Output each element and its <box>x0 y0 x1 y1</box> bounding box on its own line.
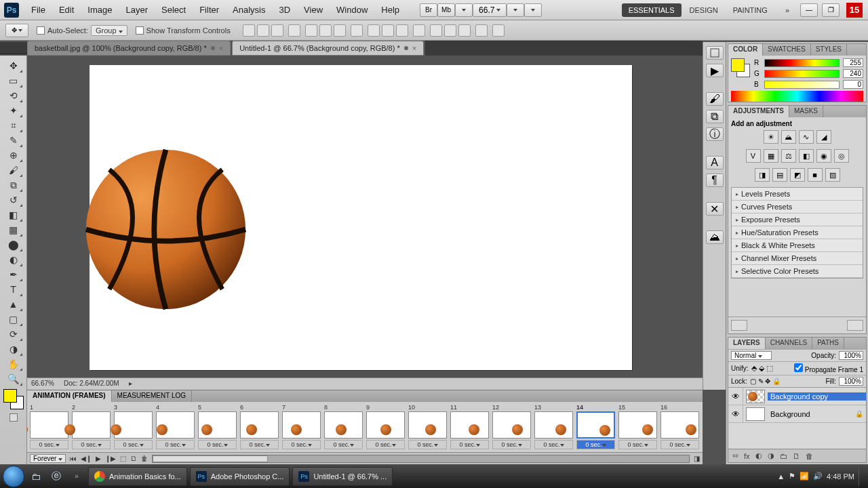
g-value-input[interactable]: 240 <box>843 69 863 78</box>
lasso-tool[interactable]: ⟲ <box>4 88 23 103</box>
tray-flag-icon[interactable]: ⚑ <box>789 472 795 481</box>
document-tab[interactable]: basketball.jpg @ 100% (Background copy, … <box>27 41 231 56</box>
preset-item[interactable]: Curves Presets <box>732 201 863 214</box>
frame-delay-dropdown[interactable]: 0 sec. <box>618 440 657 449</box>
tray-clock[interactable]: 4:48 PM <box>827 472 854 481</box>
move-tool-icon[interactable]: ✥ <box>5 24 28 37</box>
distribute-right-icon[interactable] <box>458 24 471 37</box>
ie-icon[interactable]: ⓔ <box>47 468 65 485</box>
propagate-checkbox[interactable] <box>794 363 803 372</box>
r-slider[interactable] <box>764 59 840 67</box>
fill-input[interactable]: 100% <box>839 377 863 386</box>
exposure-icon[interactable]: ◢ <box>816 130 831 144</box>
preset-item[interactable]: Channel Mixer Presets <box>732 252 863 265</box>
taskbar-app[interactable]: Animation Basics fo... <box>88 467 187 486</box>
tab-adjustments[interactable]: ADJUSTMENTS <box>728 106 789 117</box>
animation-frame[interactable]: 70 sec. <box>281 403 322 451</box>
hue-sat-icon[interactable]: ▦ <box>764 149 778 163</box>
frame-delay-dropdown[interactable]: 0 sec. <box>156 440 195 449</box>
tab-paths[interactable]: PATHS <box>812 338 844 349</box>
close-tab-icon[interactable]: × <box>219 44 223 52</box>
blur-tool[interactable]: ⬤ <box>4 237 23 252</box>
channel-mixer-icon[interactable]: ◎ <box>834 149 849 163</box>
frame-delay-dropdown[interactable]: 0 sec. <box>324 440 363 449</box>
zoom-tool[interactable]: 🔍 <box>4 371 23 386</box>
clone-panel-icon[interactable]: ⧉ <box>706 110 724 123</box>
dodge-tool[interactable]: ◐ <box>4 252 23 267</box>
menu-analysis[interactable]: Analysis <box>226 3 272 17</box>
delete-frame-icon[interactable]: 🗑 <box>141 455 148 462</box>
duplicate-frame-icon[interactable]: 🗋 <box>130 455 137 462</box>
tray-expand-icon[interactable]: ▲ <box>777 472 785 481</box>
info-panel-icon[interactable]: ⓘ <box>706 127 724 141</box>
menu-window[interactable]: Window <box>330 3 374 17</box>
reset-icon[interactable] <box>731 320 747 331</box>
frame-delay-dropdown[interactable]: 0 sec. <box>114 440 153 449</box>
animation-frame[interactable]: 130 sec. <box>533 403 574 451</box>
more-workspaces-icon[interactable]: » <box>778 3 796 17</box>
new-layer-icon[interactable]: 🗋 <box>793 452 800 460</box>
explorer-icon[interactable]: 🗀 <box>27 468 45 485</box>
tab-layers[interactable]: LAYERS <box>728 338 766 349</box>
rect-marquee-tool[interactable]: ▭ <box>4 73 23 88</box>
visibility-icon[interactable]: 👁 <box>728 405 743 422</box>
document-tab[interactable]: Untitled-1 @ 66.7% (Background copy, RGB… <box>232 41 424 56</box>
crop-tool[interactable]: ⌗ <box>4 118 23 133</box>
blend-mode-dropdown[interactable]: Normal <box>731 351 772 360</box>
path-select-tool[interactable]: ▲ <box>4 297 23 312</box>
mask-icon[interactable]: ◐ <box>755 451 762 460</box>
layer-row[interactable]: 👁Background🔒 <box>728 405 866 423</box>
levels-icon[interactable]: ⛰ <box>781 130 796 144</box>
align-bottom-icon[interactable] <box>271 24 283 37</box>
actions-panel-icon[interactable]: ▶ <box>706 64 724 77</box>
frame-delay-dropdown[interactable]: 0 sec. <box>534 440 573 449</box>
workspace-essentials[interactable]: ESSENTIALS <box>622 3 682 17</box>
stamp-tool[interactable]: ⧉ <box>4 178 23 192</box>
frame-delay-dropdown[interactable]: 0 sec. <box>366 440 405 449</box>
menu-help[interactable]: Help <box>374 3 406 17</box>
tool-presets-icon[interactable]: ✕ <box>706 202 724 216</box>
show-desktop-button[interactable] <box>859 467 865 486</box>
tab-channels[interactable]: CHANNELS <box>766 338 812 349</box>
animation-frame[interactable]: 80 sec. <box>323 403 364 451</box>
type-tool[interactable]: T <box>4 282 23 297</box>
menu-filter[interactable]: Filter <box>193 3 226 17</box>
animation-frame[interactable]: 90 sec. <box>365 403 406 451</box>
rectangle-tool[interactable]: ▢ <box>4 312 23 327</box>
b-value-input[interactable]: 0 <box>843 80 863 89</box>
distribute-vcenter-icon[interactable] <box>382 24 394 37</box>
distribute-top-icon[interactable] <box>368 24 380 37</box>
start-button[interactable] <box>3 466 24 487</box>
color-spectrum[interactable] <box>731 91 863 102</box>
animation-scrollbar[interactable] <box>152 455 690 463</box>
align-right-icon[interactable] <box>334 24 346 37</box>
3d-rotate-tool[interactable]: ⟳ <box>4 327 23 342</box>
photo-filter-icon[interactable]: ◉ <box>816 149 831 163</box>
history-brush-tool[interactable]: ↺ <box>4 192 23 207</box>
frame-delay-dropdown[interactable]: 0 sec. <box>198 440 237 449</box>
layer-name-label[interactable]: Background <box>768 410 855 418</box>
curves-icon[interactable]: ∿ <box>799 130 814 144</box>
gradient-map-icon[interactable]: ■ <box>808 168 823 182</box>
heal-tool[interactable]: ⊕ <box>4 148 23 163</box>
show-transform-controls-checkbox[interactable]: Show Transform Controls <box>136 26 231 35</box>
workspace-design[interactable]: DESIGN <box>683 3 725 17</box>
brush-tool[interactable]: 🖌 <box>4 163 23 178</box>
animation-frame[interactable]: 150 sec. <box>617 403 658 451</box>
preset-item[interactable]: Black & White Presets <box>732 239 863 252</box>
gradient-tool[interactable]: ▦ <box>4 222 23 237</box>
r-value-input[interactable]: 255 <box>843 58 863 67</box>
menu-image[interactable]: Image <box>81 3 119 17</box>
frame-delay-dropdown[interactable]: 0 sec. <box>30 440 68 449</box>
auto-select-checkbox[interactable]: Auto-Select: Group <box>37 25 127 36</box>
bridge-icon[interactable]: Br <box>420 3 437 17</box>
align-hcenter-icon[interactable] <box>319 24 332 37</box>
foreground-background-swatch[interactable] <box>3 389 24 409</box>
menu-layer[interactable]: Layer <box>119 3 155 17</box>
vibrance-icon[interactable]: V <box>746 149 761 163</box>
frame-delay-dropdown[interactable]: 0 sec. <box>660 440 699 449</box>
menu-file[interactable]: File <box>24 3 52 17</box>
history-panel-icon[interactable] <box>706 46 724 60</box>
bw-icon[interactable]: ◧ <box>799 149 814 163</box>
close-tab-icon[interactable]: × <box>412 44 416 52</box>
